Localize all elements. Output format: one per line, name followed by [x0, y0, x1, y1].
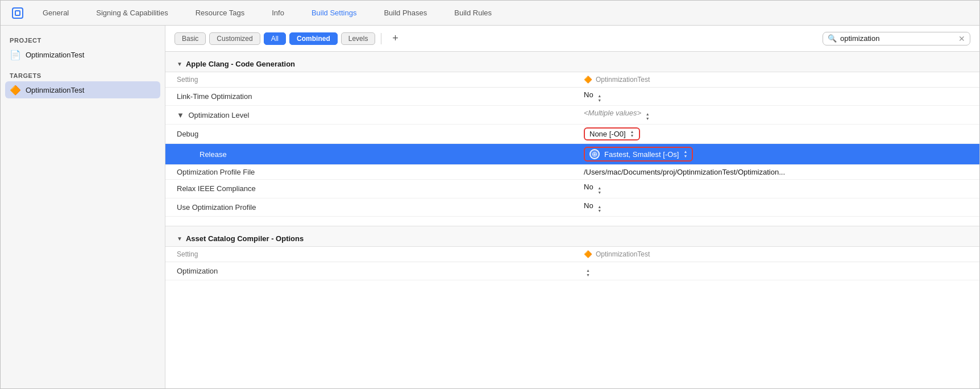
filter-basic-btn[interactable]: Basic [175, 32, 206, 45]
setting-value-use-opt-profile: No ▲▼ [572, 198, 979, 216]
project-item-label: OptinmizationTest [26, 51, 84, 59]
targets-section-title: TARGETS [1, 68, 165, 81]
filter-add-btn[interactable]: + [387, 31, 403, 47]
filter-all-btn[interactable]: All [264, 32, 286, 45]
setting-name-opt-level: ▼ Optimization Level [165, 106, 572, 124]
table-header-row-2: Setting 🔶 OptinmizationTest [165, 247, 979, 262]
setting-name-debug: Debug [165, 124, 572, 143]
stepper-debug[interactable]: ▲▼ [630, 130, 634, 138]
sidebar: PROJECT 📄 OptinmizationTest TARGETS 🔶 Op… [1, 26, 165, 388]
tab-general[interactable]: General [29, 1, 82, 26]
search-box: 🔍 ✕ [823, 32, 970, 45]
section-asset-catalog-title: Asset Catalog Compiler - Options [186, 234, 304, 243]
stepper-optimization2[interactable]: ▲▼ [586, 268, 590, 277]
filter-customized-btn[interactable]: Customized [209, 32, 260, 45]
setting-name-optimization2: Optimization [165, 262, 572, 280]
filter-levels-btn[interactable]: Levels [341, 32, 376, 45]
table-row: ▼ Optimization Level <Multiple values> ▲… [165, 106, 979, 124]
right-panel: Basic Customized All Combined Levels + 🔍… [165, 26, 979, 388]
tab-build-rules[interactable]: Build Rules [441, 1, 505, 26]
stepper-opt-level[interactable]: ▲▼ [646, 112, 650, 121]
table-row: Debug None [-O0] ▲▼ [165, 124, 979, 143]
table-row: Optimization ▲▼ [165, 262, 979, 280]
col-header-setting-2: Setting [165, 247, 572, 262]
opt-level-collapse-icon[interactable]: ▼ [177, 111, 184, 119]
col-header-target-2: 🔶 OptinmizationTest [572, 247, 979, 262]
tab-resource-tags[interactable]: Resource Tags [182, 1, 258, 26]
debug-value-highlight: None [-O0] ▲▼ [584, 127, 640, 140]
setting-name-relax-ieee: Relax IEEE Compliance [165, 180, 572, 198]
search-input[interactable] [840, 34, 955, 43]
setting-value-opt-profile: /Users/mac/Documents/proj/OptinmizationT… [572, 165, 979, 180]
table-row: Use Optimization Profile No ▲▼ [165, 198, 979, 216]
stepper-relax-ieee[interactable]: ▲▼ [597, 186, 601, 194]
tab-info[interactable]: Info [258, 1, 298, 26]
section-apple-clang-title: Apple Clang - Code Generation [186, 60, 295, 68]
settings-table-apple-clang: Setting 🔶 OptinmizationTest [165, 72, 979, 217]
setting-name-use-opt-profile: Use Optimization Profile [165, 198, 572, 216]
setting-name-opt-profile: Optimization Profile File [165, 165, 572, 180]
table-header-row: Setting 🔶 OptinmizationTest [165, 72, 979, 88]
setting-value-opt-level: <Multiple values> ▲▼ [572, 106, 979, 124]
filter-divider [381, 33, 381, 44]
target-icon: 🔶 [10, 84, 21, 96]
filter-bar: Basic Customized All Combined Levels + 🔍… [165, 26, 979, 52]
stepper-release[interactable]: ▲▼ [683, 150, 687, 158]
table-row: Optimization Profile File /Users/mac/Doc… [165, 165, 979, 180]
settings-table-asset-catalog: Setting 🔶 OptinmizationTest [165, 247, 979, 280]
main-content: PROJECT 📄 OptinmizationTest TARGETS 🔶 Op… [1, 26, 979, 388]
project-section-title: PROJECT [1, 32, 165, 46]
setting-name-release: Release [165, 144, 572, 165]
search-icon: 🔍 [828, 34, 837, 43]
sidebar-project-item[interactable]: 📄 OptinmizationTest [1, 46, 165, 63]
setting-value-relax-ieee: No ▲▼ [572, 180, 979, 198]
col-header-setting: Setting [165, 72, 572, 88]
tab-bar: General Signing & Capabilities Resource … [1, 1, 979, 26]
release-value-highlight: ⊕ Fastest, Smallest [-Os] ▲▼ [584, 147, 693, 162]
section-collapse-icon[interactable]: ▼ [177, 61, 182, 67]
plus-circle-icon: ⊕ [589, 149, 600, 159]
tab-signing[interactable]: Signing & Capabilities [82, 1, 181, 26]
tab-build-phases[interactable]: Build Phases [370, 1, 441, 26]
table-row-release[interactable]: Release ⊕ Fastest, Smallest [-Os] ▲▼ [165, 144, 979, 165]
stepper-link-time[interactable]: ▲▼ [597, 94, 601, 102]
target-label-header-2: OptinmizationTest [596, 250, 650, 258]
table-row: Relax IEEE Compliance No ▲▼ [165, 180, 979, 198]
tab-build-settings[interactable]: Build Settings [298, 1, 371, 26]
target-icon-header-2: 🔶 [584, 250, 592, 258]
setting-value-optimization2: ▲▼ [572, 262, 979, 280]
filter-combined-btn[interactable]: Combined [289, 32, 338, 45]
col-header-target: 🔶 OptinmizationTest [572, 72, 979, 88]
setting-name-link-time: Link-Time Optimization [165, 88, 572, 106]
sidebar-target-item[interactable]: 🔶 OptinmizationTest [5, 81, 160, 98]
target-label-header: OptinmizationTest [596, 76, 650, 84]
target-item-label: OptinmizationTest [26, 86, 84, 94]
setting-value-release: ⊕ Fastest, Smallest [-Os] ▲▼ [572, 144, 979, 165]
setting-value-link-time: No ▲▼ [572, 88, 979, 106]
search-clear-btn[interactable]: ✕ [958, 34, 965, 43]
setting-value-debug: None [-O0] ▲▼ [572, 124, 979, 143]
section-asset-catalog-header: ▼ Asset Catalog Compiler - Options [165, 226, 979, 247]
stepper-use-opt-profile[interactable]: ▲▼ [597, 205, 601, 213]
target-icon-header: 🔶 [584, 76, 592, 84]
project-file-icon: 📄 [10, 49, 21, 60]
section-asset-collapse-icon[interactable]: ▼ [177, 235, 182, 242]
xcode-logo [6, 7, 29, 19]
section-apple-clang-header: ▼ Apple Clang - Code Generation [165, 52, 979, 72]
table-row: Link-Time Optimization No ▲▼ [165, 88, 979, 106]
settings-content: ▼ Apple Clang - Code Generation Setting … [165, 52, 979, 388]
xcode-icon [12, 7, 23, 19]
